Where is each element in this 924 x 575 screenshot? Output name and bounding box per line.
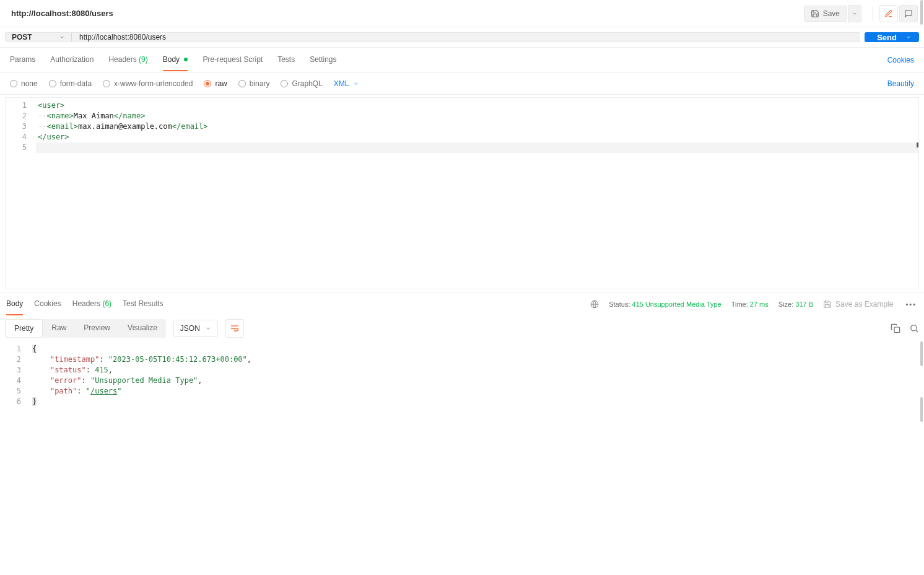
view-visualize[interactable]: Visualize (119, 319, 166, 338)
status-block[interactable]: Status: 415 Unsupported Media Type (609, 301, 721, 308)
chevron-down-icon (905, 34, 912, 40)
view-mode-segment: Pretty Raw Preview Visualize (5, 319, 166, 338)
globe-icon[interactable] (590, 300, 599, 309)
wrap-lines-button[interactable] (225, 319, 244, 338)
tab-headers-count: (9) (139, 55, 148, 64)
response-tab-cookies[interactable]: Cookies (34, 293, 61, 315)
body-type-graphql[interactable]: GraphQL (281, 79, 322, 88)
scrollbar-thumb[interactable] (920, 341, 923, 366)
response-meta: Status: 415 Unsupported Media Type Time:… (590, 300, 919, 309)
cookies-link[interactable]: Cookies (887, 56, 914, 64)
url-input[interactable] (72, 32, 860, 42)
chevron-down-icon (852, 11, 858, 17)
response-body-editor[interactable]: 123456 { "timestamp": "2023-05-05T10:45:… (0, 341, 924, 407)
tab-tests[interactable]: Tests (277, 49, 295, 71)
pencil-icon (884, 9, 893, 18)
body-modified-dot (184, 58, 188, 61)
view-pretty[interactable]: Pretty (5, 319, 43, 338)
send-button[interactable]: Send (865, 32, 919, 42)
body-type-formdata[interactable]: form-data (49, 79, 92, 88)
scrollbar-thumb[interactable] (920, 0, 923, 25)
view-raw[interactable]: Raw (43, 319, 75, 338)
tab-headers-label: Headers (108, 55, 136, 64)
response-view-row: Pretty Raw Preview Visualize JSON (0, 315, 924, 341)
chevron-down-icon (353, 81, 359, 87)
edit-button[interactable] (879, 5, 898, 22)
tab-prerequest[interactable]: Pre-request Script (203, 49, 263, 71)
save-icon (823, 300, 832, 309)
save-button[interactable]: Save (804, 6, 847, 22)
comment-icon (904, 9, 913, 18)
response-tabs-row: Body Cookies Headers (6) Test Results St… (0, 292, 924, 315)
view-preview[interactable]: Preview (75, 319, 119, 338)
beautify-link[interactable]: Beautify (887, 79, 914, 88)
size-block[interactable]: Size: 317 B (778, 301, 813, 308)
comment-button[interactable] (899, 5, 918, 22)
line-gutter: 12345 (6, 98, 35, 289)
tab-body-label: Body (163, 55, 180, 64)
body-type-raw[interactable]: raw (204, 79, 227, 88)
more-actions[interactable]: ••• (903, 301, 919, 308)
search-button[interactable] (909, 323, 919, 333)
code-content[interactable]: <user> ··<name>Max Aiman</name> ··<email… (35, 98, 918, 289)
response-tab-testresults[interactable]: Test Results (123, 293, 163, 315)
raw-language-label: XML (334, 79, 349, 88)
time-block[interactable]: Time: 27 ms (731, 301, 769, 308)
body-type-selector: none form-data x-www-form-urlencoded raw… (0, 72, 924, 95)
scrollbar-thumb[interactable] (920, 397, 923, 422)
tab-settings[interactable]: Settings (310, 49, 336, 71)
tab-authorization[interactable]: Authorization (50, 49, 94, 71)
svg-point-4 (911, 325, 917, 331)
response-tab-body[interactable]: Body (6, 293, 23, 315)
save-icon (811, 9, 819, 18)
divider (873, 7, 873, 20)
copy-button[interactable] (891, 323, 900, 333)
response-tab-headers[interactable]: Headers (6) (72, 293, 111, 315)
line-gutter: 123456 (0, 341, 30, 407)
save-as-example: Save as Example (823, 300, 893, 309)
body-type-none[interactable]: none (10, 79, 38, 88)
topbar: http://localhost:8080/users Save (0, 0, 924, 27)
url-bar: POST Send (0, 27, 924, 48)
tab-params[interactable]: Params (10, 49, 35, 71)
chevron-down-icon (205, 325, 211, 331)
send-label: Send (877, 33, 897, 42)
save-dropdown[interactable] (848, 5, 861, 22)
body-type-binary[interactable]: binary (238, 79, 270, 88)
chevron-down-icon (59, 34, 65, 40)
save-label: Save (823, 9, 840, 18)
raw-language-selector[interactable]: XML (334, 79, 359, 88)
body-type-urlencoded[interactable]: x-www-form-urlencoded (103, 79, 193, 88)
tab-title: http://localhost:8080/users (11, 9, 113, 18)
body-editor[interactable]: 12345 <user> ··<name>Max Aiman</name> ··… (5, 97, 919, 289)
method-value: POST (12, 33, 32, 42)
svg-line-5 (916, 330, 918, 332)
request-tabs: Params Authorization Headers (9) Body Pr… (0, 48, 924, 72)
svg-rect-3 (894, 327, 900, 333)
wrap-icon (230, 323, 240, 333)
response-format-selector[interactable]: JSON (173, 320, 218, 337)
tab-body[interactable]: Body (163, 49, 188, 71)
code-content[interactable]: { "timestamp": "2023-05-05T10:45:12.673+… (30, 341, 924, 407)
method-selector[interactable]: POST (5, 32, 72, 42)
tab-headers[interactable]: Headers (9) (108, 49, 147, 71)
